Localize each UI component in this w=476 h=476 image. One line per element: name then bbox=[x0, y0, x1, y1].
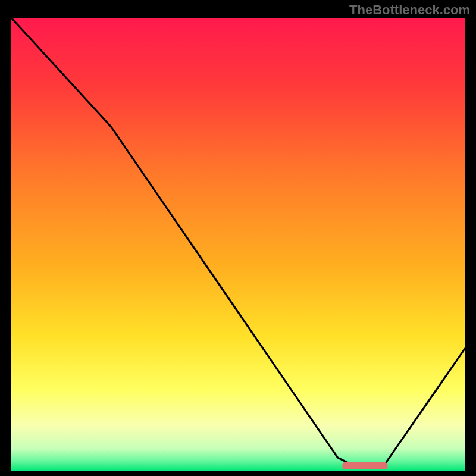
plot-frame bbox=[9, 15, 467, 474]
optimal-marker bbox=[342, 462, 387, 469]
plot-svg bbox=[11, 18, 465, 471]
chart-container: TheBottleneck.com bbox=[0, 0, 476, 476]
gradient-background bbox=[11, 18, 465, 471]
